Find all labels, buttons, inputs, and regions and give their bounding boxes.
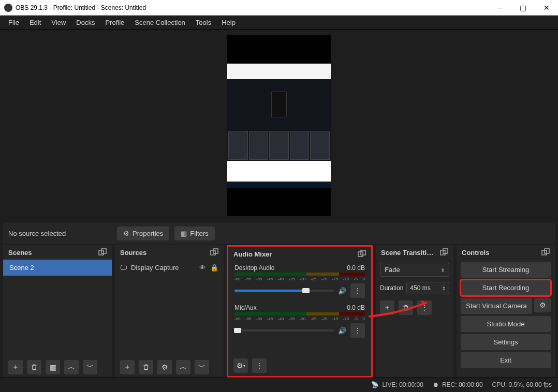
popout-icon[interactable] [541,248,550,257]
audio-meter [234,273,365,276]
filters-icon: ▥ [181,230,187,237]
no-source-label: No source selected [8,230,112,237]
popout-icon[interactable] [210,248,218,257]
eye-icon[interactable]: 👁 [199,264,206,272]
add-source-button[interactable]: ＋ [120,360,135,374]
popout-icon[interactable] [358,250,366,258]
track-level: 0.0 dB [347,304,365,311]
scene-up-button[interactable]: ︿ [64,360,79,374]
track-name: Desktop Audio [234,264,274,272]
sources-title: Sources [120,249,146,257]
track-level: 0.0 dB [347,264,365,272]
window-titlebar: OBS 29.1.3 - Profile: Untitled - Scenes:… [0,0,558,16]
cpu-status: CPU: 0.5%, 60.00 fps [492,381,552,388]
window-maximize-button[interactable]: ▢ [511,0,535,16]
properties-label: Properties [133,230,163,237]
obs-app-icon [4,4,12,12]
audio-ticks: -60-55-50-45-40-35-30-25-20-15-10-50 [234,277,365,281]
start-recording-button[interactable]: Start Recording [461,280,551,296]
menu-view[interactable]: View [46,17,71,28]
scene-down-button[interactable]: ﹀ [83,360,97,374]
scenes-title: Scenes [8,249,32,257]
broadcast-icon: 📡 [371,381,379,388]
source-up-button[interactable]: ︿ [176,360,190,374]
remove-source-button[interactable] [139,360,153,374]
audio-track-desktop: Desktop Audio 0.0 dB -60-55-50-45-40-35-… [228,261,371,301]
transition-menu-button[interactable]: ⋮ [417,300,432,315]
add-transition-button[interactable]: ＋ [380,300,394,315]
popout-icon[interactable] [440,248,448,257]
menu-edit[interactable]: Edit [24,17,46,28]
record-icon: ⏺ [433,381,439,388]
volume-slider[interactable] [234,329,334,331]
audio-track-mic: Mic/Aux 0.0 dB -60-55-50-45-40-35-30-25-… [228,301,371,341]
exit-button[interactable]: Exit [461,352,551,368]
controls-title: Controls [462,249,489,257]
source-label: Display Capture [131,264,179,272]
rec-status: REC: 00:00:00 [442,381,483,388]
speaker-icon[interactable]: 🔊 [338,287,346,295]
scene-item[interactable]: Scene 2 [3,260,112,276]
transition-select[interactable]: Fade ▲▼ [380,263,449,277]
menu-file[interactable]: File [3,17,24,28]
track-menu-button[interactable]: ⋮ [350,323,365,338]
track-menu-button[interactable]: ⋮ [350,283,365,298]
transitions-title: Scene Transiti… [381,249,433,257]
source-settings-button[interactable]: ⚙ [157,360,172,374]
menu-profile[interactable]: Profile [100,17,129,28]
filters-button[interactable]: ▥ Filters [174,227,214,240]
live-status: LIVE: 00:00:00 [382,381,423,388]
properties-button[interactable]: ⚙ Properties [117,227,169,240]
audio-meter [234,312,365,315]
studio-mode-button[interactable]: Studio Mode [461,316,551,332]
volume-slider[interactable] [234,290,334,292]
statusbar: 📡LIVE: 00:00:00 ⏺REC: 00:00:00 CPU: 0.5%… [0,378,558,391]
display-icon: 🖵 [120,264,127,272]
scene-filters-button[interactable]: ▥ [46,360,60,374]
preview-area[interactable] [0,30,558,221]
virtual-camera-settings-button[interactable]: ⚙ [534,298,551,312]
start-virtual-camera-button[interactable]: Start Virtual Camera [461,298,532,314]
audio-mixer-title: Audio Mixer [233,250,272,258]
window-close-button[interactable]: ✕ [535,0,558,16]
scenes-panel: Scenes Scene 2 ＋ ▥ ︿ ﹀ [3,245,112,378]
menubar: File Edit View Docks Profile Scene Colle… [0,16,558,30]
source-item[interactable]: 🖵 Display Capture 👁 🔒 [115,260,224,276]
transition-selected: Fade [385,266,400,274]
start-streaming-button[interactable]: Start Streaming [461,262,551,278]
track-name: Mic/Aux [234,304,257,311]
menu-help[interactable]: Help [216,17,241,28]
popout-icon[interactable] [98,248,107,257]
source-toolbar: No source selected ⚙ Properties ▥ Filter… [3,223,555,244]
lock-icon[interactable]: 🔒 [210,264,218,272]
window-minimize-button[interactable]: ─ [488,0,511,16]
scene-transitions-panel: Scene Transiti… Fade ▲▼ Duration 450 ms … [376,245,453,378]
remove-transition-button[interactable] [399,300,413,315]
add-scene-button[interactable]: ＋ [8,360,23,374]
audio-menu-button[interactable]: ⋮ [252,358,267,373]
duration-value: 450 ms [410,284,430,292]
settings-button[interactable]: Settings [461,334,551,350]
gear-icon: ⚙ [123,230,129,237]
speaker-icon[interactable]: 🔊 [338,327,346,335]
menu-tools[interactable]: Tools [190,17,216,28]
controls-panel: Controls Start Streaming Start Recording… [457,245,555,378]
duration-input[interactable]: 450 ms ▲▼ [406,282,449,294]
audio-ticks: -60-55-50-45-40-35-30-25-20-15-10-50 [234,316,365,321]
sources-panel: Sources 🖵 Display Capture 👁 🔒 ＋ ⚙ ︿ ﹀ [115,245,224,378]
duration-label: Duration [380,284,403,292]
menu-docks[interactable]: Docks [71,17,100,28]
preview-canvas [227,35,331,216]
menu-scene-collection[interactable]: Scene Collection [129,17,190,28]
filters-label: Filters [190,230,208,237]
audio-mixer-panel: Audio Mixer Desktop Audio 0.0 dB -60-55-… [227,245,373,378]
remove-scene-button[interactable] [27,360,41,374]
source-down-button[interactable]: ﹀ [195,360,209,374]
audio-settings-button[interactable]: ⚙▾ [233,358,248,373]
chevron-updown-icon: ▲▼ [442,285,446,291]
window-title: OBS 29.1.3 - Profile: Untitled - Scenes:… [16,4,146,11]
chevron-updown-icon: ▲▼ [441,267,445,273]
